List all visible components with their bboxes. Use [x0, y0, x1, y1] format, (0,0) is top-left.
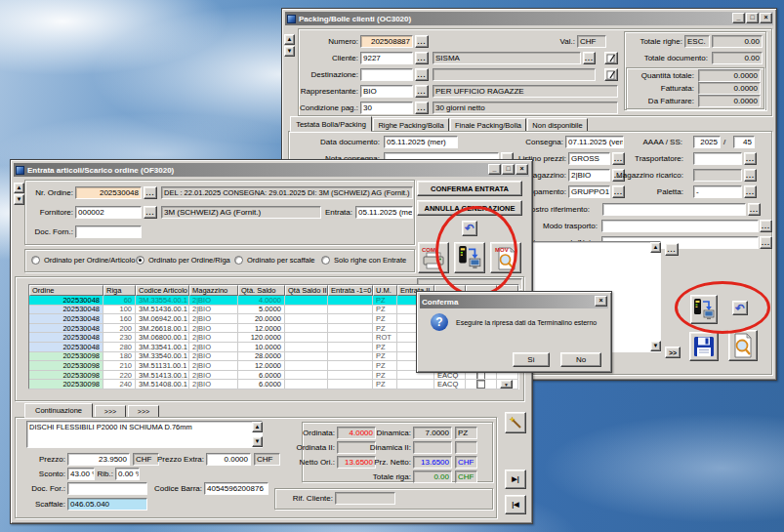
cliente-edit-button[interactable]	[604, 52, 618, 64]
column-header[interactable]: Magazzino	[189, 285, 238, 296]
record-up-button[interactable]: ▲	[284, 34, 295, 45]
prezzo-field[interactable]: 23.9500	[67, 453, 130, 466]
note-scroll-up-button[interactable]: ▲	[650, 242, 661, 253]
tab-finale-packing-bolla[interactable]: Finale Packing/Bolla	[450, 118, 526, 132]
print-preview-button[interactable]	[728, 330, 758, 361]
close-icon[interactable]: ×	[595, 296, 607, 307]
restore-button[interactable]: □	[746, 13, 759, 23]
rappresentante-lookup-button[interactable]: ...	[415, 85, 429, 98]
record-down-button[interactable]: ▼	[14, 194, 24, 205]
column-header[interactable]: Riga	[103, 285, 136, 296]
column-header[interactable]: Codice Articolo	[136, 285, 189, 296]
quantita-totale-label: Quantità totale:	[630, 69, 694, 82]
description-scroll-down-button[interactable]: ▼	[252, 436, 263, 447]
destinazione-edit-button[interactable]	[604, 68, 618, 81]
entrata-field[interactable]: 05.11.2025 (mer)	[355, 206, 413, 219]
title-bar[interactable]: Entrata articoli/Scarico ordine (OF3020)	[14, 163, 529, 177]
table-cell: 202530098	[29, 361, 103, 371]
condizione-pag-lookup-button[interactable]: ...	[415, 102, 429, 114]
next-record-button[interactable]: ▶|	[505, 470, 526, 489]
fornitore-lookup-button[interactable]: ...	[144, 206, 157, 219]
table-cell	[397, 380, 434, 389]
sconto-field[interactable]: 43.00 %	[67, 468, 95, 480]
numero-lookup-button[interactable]: ...	[415, 35, 429, 48]
cliente-name-lookup-button[interactable]: ...	[583, 52, 596, 64]
destinazione-code-field[interactable]	[360, 68, 413, 81]
table-cell: PZ	[373, 380, 397, 389]
column-header[interactable]: U.M.	[373, 285, 397, 296]
table-cell: 2|BIO	[189, 352, 238, 362]
save-button[interactable]	[689, 332, 719, 361]
minimize-button[interactable]: _	[732, 13, 745, 23]
note-expand-button[interactable]: >>	[665, 347, 681, 358]
doc-for-field[interactable]	[67, 482, 147, 495]
note-scroll-down-button[interactable]: ▼	[650, 341, 661, 351]
radio-ordinato-ordine-riga[interactable]: Ordinato per Ordine/Riga	[136, 256, 230, 265]
tab-testata-bolla-packing[interactable]: Testata Bolla/Packing	[290, 116, 372, 132]
record-up-button[interactable]: ▲	[14, 183, 24, 193]
row-checkbox[interactable]	[476, 380, 485, 389]
description-box[interactable]: DISCHI FLESSIBILI P2000 IN SCHIUMA D.76m…	[26, 421, 263, 448]
radio-ordinato-ordine-articolo[interactable]: Ordinato per Ordine/Articolo	[31, 256, 135, 265]
dialog-title-bar[interactable]: Conferma	[420, 295, 608, 308]
close-button[interactable]: ×	[516, 164, 528, 175]
ss-field[interactable]: 45	[733, 136, 755, 148]
listino-prezzi-field[interactable]: GROSS	[568, 152, 610, 165]
fornitore-code-field[interactable]: 000002	[75, 206, 142, 219]
totale-righe-label: Totale righe:	[626, 35, 682, 48]
destinazione-lookup-button[interactable]: ...	[415, 68, 429, 81]
cliente-lookup-button[interactable]: ...	[415, 52, 429, 64]
minimize-button[interactable]: _	[488, 164, 501, 175]
cell-dropdown-button[interactable]: ▼	[500, 380, 513, 389]
codice-barra-field[interactable]: 4054596200876	[204, 482, 268, 495]
tab-continuazione[interactable]: Continuazione	[24, 403, 93, 418]
nr-ordine-lookup-button[interactable]: ...	[144, 186, 157, 199]
close-button[interactable]: ×	[760, 13, 772, 23]
column-header[interactable]: Qtà Saldo II	[285, 285, 328, 296]
consegna-field[interactable]: 07.11.2025 (ven)	[565, 136, 624, 148]
rappresentante-code-field[interactable]: BIO	[360, 85, 413, 98]
title-bar[interactable]: Packing/Bolle clienti (OC3020)	[285, 12, 773, 25]
modo-trasporto-lookup-button[interactable]: ...	[760, 220, 772, 232]
modo-trasporto-field[interactable]	[601, 220, 759, 232]
paletta-field[interactable]: -	[693, 185, 742, 198]
column-header[interactable]: Ordine	[29, 285, 103, 296]
table-row[interactable]: 2025300982403M.51408.00.12|BIO6.0000PZEA…	[29, 380, 518, 389]
radio-solo-righe-entrate[interactable]: Solo righe con Entrate	[321, 256, 406, 265]
magazzino-ricarico-lookup-button[interactable]: ...	[744, 169, 757, 182]
wand-button[interactable]	[505, 412, 526, 433]
trasportatore-field[interactable]	[693, 152, 742, 165]
prezzo-extra-field[interactable]: 0.0000	[206, 453, 251, 466]
record-down-button[interactable]: ▼	[284, 46, 295, 57]
vostra-comanda-lookup-button[interactable]: ...	[760, 236, 772, 249]
cliente-code-field[interactable]: 9227	[360, 52, 413, 64]
tab-non-disponibile[interactable]: Non disponibile	[527, 118, 588, 132]
radio-ordinato-scaffale[interactable]: Ordinato per scaffale	[234, 256, 315, 265]
conferma-entrata-button[interactable]: CONFERMA ENTRATA	[417, 181, 522, 196]
column-header[interactable]: Qtà. Saldo	[238, 285, 285, 296]
note-lookup-button[interactable]: ...	[665, 243, 679, 256]
yes-button[interactable]: Sì	[513, 352, 550, 367]
tab-righe-packing-bolla[interactable]: Righe Packing/Bolla	[373, 118, 449, 132]
description-scroll-up-button[interactable]: ▲	[252, 422, 263, 432]
paletta-lookup-button[interactable]: ...	[744, 185, 757, 198]
scaffale-field[interactable]: 046.05.040	[67, 498, 147, 511]
totale-righe-code-field: ESC.	[684, 35, 710, 48]
column-header[interactable]: Entrata -1=0	[328, 285, 373, 296]
data-documento-field[interactable]: 05.11.2025 (mer)	[384, 136, 458, 148]
no-button[interactable]: No	[560, 352, 601, 367]
vostro-riferimento-field[interactable]	[602, 203, 746, 216]
raggruppamento-lookup-button[interactable]: ...	[612, 185, 625, 198]
condizione-pag-code-field[interactable]: 30	[360, 102, 413, 114]
trasportatore-lookup-button[interactable]: ...	[744, 152, 757, 165]
rib-field[interactable]: 0.00 %	[115, 468, 140, 480]
magazzino-field[interactable]: 2|BIO	[568, 169, 610, 182]
prev-record-button[interactable]: |◀	[505, 495, 526, 514]
aaaa-field[interactable]: 2025	[693, 136, 721, 148]
restore-button[interactable]: □	[502, 164, 515, 175]
doc-forn-field[interactable]	[75, 225, 142, 238]
numero-field[interactable]: 202508887	[360, 35, 413, 48]
vostro-riferimento-lookup-button[interactable]: ...	[748, 203, 761, 216]
raggruppamento-field[interactable]: GRUPPO1	[568, 185, 610, 198]
nr-ordine-field[interactable]: 202530048	[75, 186, 142, 199]
